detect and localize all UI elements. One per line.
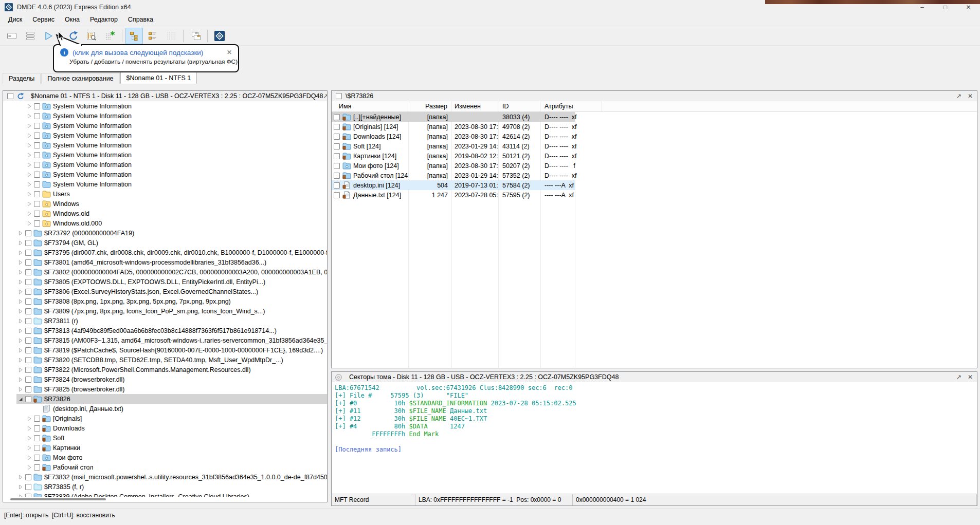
- tree-item[interactable]: $F73802 (000000000004FAD5, 000000000002C…: [3, 267, 327, 277]
- tab-noname-ntfs[interactable]: $Noname 01 - NTFS 1: [120, 71, 197, 84]
- rescan-button[interactable]: [101, 28, 119, 44]
- expand-arrow-icon[interactable]: [16, 258, 25, 267]
- tree-item-body[interactable]: System Volume Information: [25, 150, 327, 160]
- tab-razdely[interactable]: Разделы: [3, 73, 41, 84]
- tree-item-body[interactable]: Windows: [25, 199, 327, 209]
- tree-item-body[interactable]: [Originals]: [25, 414, 327, 423]
- tree-item[interactable]: $F73806 (Excel.SurveyHistoryStats.json, …: [3, 287, 327, 296]
- file-row[interactable]: desktop.ini [124]5042019-07-13 01:545758…: [332, 180, 575, 190]
- panel-checkbox[interactable]: [7, 93, 13, 99]
- tree-item[interactable]: $R73792 (000000000004FA19): [3, 228, 327, 238]
- expand-arrow-icon[interactable]: [25, 141, 33, 149]
- row-checkbox[interactable]: [334, 153, 340, 159]
- column-header-2[interactable]: Изменен: [451, 101, 498, 111]
- tree-item[interactable]: $F73819 ($PatchCache$, SourceHash{901600…: [3, 345, 327, 355]
- tree-item-body[interactable]: $F73806 (Excel.SurveyHistoryStats.json, …: [16, 287, 327, 296]
- row-checkbox[interactable]: [334, 134, 340, 140]
- expand-arrow-icon[interactable]: [25, 132, 33, 140]
- tree-item-body[interactable]: Картинки: [25, 443, 327, 453]
- expand-arrow-icon[interactable]: [16, 307, 25, 315]
- tree-item-body[interactable]: Windows.old: [25, 209, 327, 218]
- tree-checkbox[interactable]: [34, 172, 40, 178]
- tree-checkbox[interactable]: [25, 289, 31, 295]
- file-row[interactable]: [Originals] [124][папка]2023-08-30 17:30…: [332, 122, 575, 132]
- tree-view-button[interactable]: [125, 28, 143, 44]
- tree-item[interactable]: Downloads: [3, 423, 327, 433]
- expand-arrow-icon[interactable]: [25, 463, 33, 472]
- tree-item[interactable]: Users: [3, 189, 327, 199]
- tree-item-body[interactable]: $F73813 (4af949bc89f5ed00aa6b6b8fec03b8c…: [16, 326, 327, 335]
- panel-checkbox[interactable]: [336, 93, 342, 99]
- expand-arrow-icon[interactable]: [16, 483, 25, 491]
- tree-checkbox[interactable]: [25, 328, 31, 334]
- tree-item-body[interactable]: System Volume Information: [25, 160, 327, 170]
- file-row[interactable]: Картинки [124][папка]2019-08-02 12:13501…: [332, 151, 575, 161]
- expand-arrow-icon[interactable]: [16, 239, 25, 247]
- tree-item[interactable]: Windows: [3, 199, 327, 209]
- tree-item[interactable]: $F73801 (amd64_microsoft-windows-process…: [3, 257, 327, 267]
- panel-maximize-icon[interactable]: ↗: [323, 92, 327, 100]
- column-header-1[interactable]: Размер: [408, 101, 451, 111]
- tree-item-body[interactable]: $F73809 (7px.png, 8px.png, Icons_Icon_Po…: [16, 306, 327, 316]
- tree-item[interactable]: $F73805 (EXPTOOWS.DLL, EXPTOOWS.DLL, Ent…: [3, 277, 327, 287]
- tree-checkbox[interactable]: [25, 347, 31, 353]
- menu-сервис[interactable]: Сервис: [27, 14, 60, 25]
- tree-item-body[interactable]: Windows.old.000: [25, 218, 327, 228]
- expand-arrow-icon[interactable]: [25, 454, 33, 462]
- tree-item-selected-body[interactable]: $R73826: [16, 394, 327, 404]
- refresh-small-icon[interactable]: [16, 92, 25, 100]
- tree-checkbox[interactable]: [34, 181, 40, 188]
- tree-checkbox[interactable]: [25, 240, 31, 246]
- row-checkbox[interactable]: [334, 124, 340, 130]
- tree-item[interactable]: System Volume Information: [3, 130, 327, 140]
- tree-item-body[interactable]: $F73819 ($PatchCache$, SourceHash{901600…: [16, 345, 327, 355]
- tree-checkbox[interactable]: [34, 201, 40, 207]
- grid-view-button[interactable]: [162, 28, 180, 44]
- expand-arrow-icon[interactable]: [16, 336, 25, 345]
- expand-arrow-icon[interactable]: [25, 434, 33, 442]
- tree-item-body[interactable]: $F73820 (SETCDB8.tmp, SETD62E.tmp, SETDA…: [16, 355, 327, 365]
- tree-checkbox[interactable]: [25, 250, 31, 256]
- tree-item-body[interactable]: $F73839 (Adobe Desktop Common, Installer…: [16, 492, 327, 497]
- tree-item[interactable]: System Volume Information: [3, 150, 327, 160]
- row-checkbox[interactable]: [334, 192, 340, 198]
- tree-checkbox[interactable]: [34, 464, 40, 471]
- expand-arrow-icon[interactable]: [16, 278, 25, 286]
- tree-checkbox[interactable]: [25, 318, 31, 324]
- tree-checkbox[interactable]: [34, 455, 40, 461]
- tree-checkbox[interactable]: [25, 230, 31, 236]
- tree-item[interactable]: System Volume Information: [3, 140, 327, 150]
- tree-item-body[interactable]: $F73794 (GM, GL): [16, 238, 327, 248]
- tree-item[interactable]: $F73839 (Adobe Desktop Common, Installer…: [3, 492, 327, 497]
- tree-item[interactable]: $R73835 (f, r): [3, 482, 327, 492]
- tree-checkbox[interactable]: [34, 133, 40, 139]
- tree-item[interactable]: System Volume Information: [3, 179, 327, 189]
- row-checkbox[interactable]: [334, 114, 340, 120]
- tree-checkbox[interactable]: [25, 279, 31, 285]
- cascade-windows-button[interactable]: [187, 28, 204, 44]
- tree-checkbox[interactable]: [25, 298, 31, 305]
- tree-item[interactable]: System Volume Information: [3, 170, 327, 179]
- expand-arrow-icon[interactable]: [16, 385, 25, 393]
- tree-item-body[interactable]: Soft: [25, 433, 327, 443]
- tree-item-body[interactable]: $F73802 (000000000004FAD5, 000000000002C…: [16, 267, 327, 277]
- row-checkbox[interactable]: [334, 143, 340, 149]
- tree-item[interactable]: System Volume Information: [3, 101, 327, 111]
- expand-arrow-icon[interactable]: [16, 366, 25, 374]
- tree-item-body[interactable]: $F73801 (amd64_microsoft-windows-process…: [16, 257, 327, 267]
- tree-checkbox[interactable]: [34, 113, 40, 119]
- tree-item-body[interactable]: (desktop.ini, Данные.txt): [25, 404, 327, 414]
- tree-item[interactable]: System Volume Information: [3, 121, 327, 130]
- menu-диск[interactable]: Диск: [3, 14, 27, 25]
- tree-checkbox[interactable]: [34, 416, 40, 422]
- expand-arrow-icon[interactable]: [16, 376, 25, 384]
- row-checkbox[interactable]: [334, 163, 340, 169]
- panel-close-icon[interactable]: ✕: [968, 92, 973, 100]
- tree-item-body[interactable]: $F73832 (msil_microsoft.powershel..s.uti…: [16, 472, 327, 482]
- tree-item[interactable]: System Volume Information: [3, 111, 327, 121]
- expand-arrow-icon[interactable]: [16, 268, 25, 276]
- file-row[interactable]: [..][+найденные][папка]38033 (4)D---- --…: [332, 112, 575, 122]
- tree-item-body[interactable]: System Volume Information: [25, 140, 327, 150]
- panel-close-icon[interactable]: ✕: [968, 373, 973, 381]
- tree-item-body[interactable]: $F73795 (dir0007.chk, dir0008.chk, dir00…: [16, 248, 327, 257]
